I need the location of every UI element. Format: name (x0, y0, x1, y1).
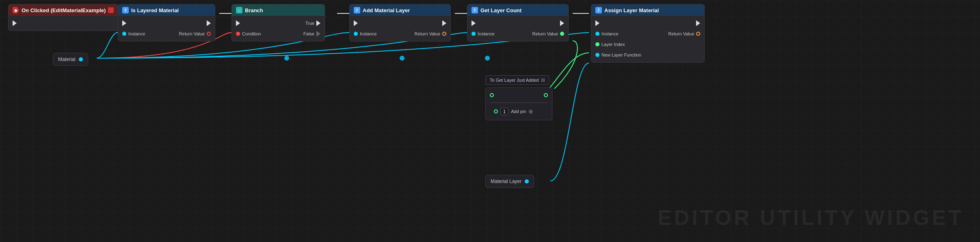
branch-condition-in: Condition (236, 31, 261, 36)
is-layered-material-title: Is Layered Material (131, 7, 179, 13)
return-pin (442, 32, 446, 36)
assign-layer-material-body: Instance Return Value Layer Index New La… (591, 16, 704, 62)
svg-point-1 (400, 56, 405, 61)
is-layered-material-body: Instance Return Value (118, 16, 215, 41)
branch-condition-row: Condition False (236, 30, 320, 38)
svg-point-2 (485, 56, 490, 61)
assign-layer-material-node: f Assign Layer Material Instance Ret (591, 4, 705, 63)
ilm-instance-row: Instance Return Value (122, 30, 211, 38)
assign-layer-material-header: f Assign Layer Material (591, 4, 704, 16)
false-pin (316, 31, 320, 37)
sub-out-pin (544, 93, 548, 97)
add-pin-label[interactable]: Add pin (511, 109, 526, 114)
alm-instance-row: Instance Return Value (595, 30, 700, 38)
alm-instance-in: Instance (595, 31, 619, 36)
is-layered-material-node: f Is Layered Material Instance Retur (118, 4, 215, 41)
glc-exec-out (560, 20, 564, 26)
func-icon-branch: ↔ (236, 7, 242, 13)
get-layer-count-header: f Get Layer Count (467, 4, 568, 16)
branch-true-out: True (305, 20, 320, 26)
watermark: EDITOR UTILITY WIDGET (658, 205, 964, 230)
aml-exec-out (442, 20, 446, 26)
on-clicked-exec-row (13, 19, 114, 27)
grid-icon: ⊞ (541, 77, 545, 83)
ilm-exec-out (207, 20, 211, 26)
glc-return-out: Return Value (532, 31, 564, 36)
on-clicked-header: ◆ On Clicked (EditMaterialExample) (9, 4, 118, 16)
branch-title: Branch (245, 7, 263, 13)
return-pin (696, 32, 700, 36)
svg-point-0 (284, 56, 289, 61)
alm-return-out: Return Value (668, 31, 700, 36)
new-layer-pin (595, 53, 599, 57)
exec-out-pin (442, 20, 446, 26)
add-material-layer-title: Add Material Layer (363, 7, 410, 13)
subtract-comment: To Get Layer Just Added ⊞ (485, 75, 549, 85)
sub-top-out (544, 93, 548, 97)
layer-index-pin (595, 42, 599, 46)
sub-top-row (490, 91, 548, 99)
branch-exec-row: True (236, 19, 320, 27)
value-pin (494, 109, 498, 113)
func-icon-glc: f (472, 7, 478, 13)
exec-in-pin (236, 20, 240, 26)
alm-layer-index-in: Layer Index (595, 42, 625, 47)
comment-text: To Get Layer Just Added (490, 78, 539, 83)
material-out-pin (79, 57, 83, 61)
exec-in-pin (122, 20, 126, 26)
material-layer-label: Material Layer (491, 179, 521, 184)
func-icon: f (122, 7, 129, 13)
add-pin-row[interactable]: 1 Add pin ⊕ (490, 106, 548, 117)
material-layer-node: Material Layer (485, 175, 534, 188)
ilm-return-out: Return Value (179, 31, 211, 36)
get-layer-count-title: Get Layer Count (480, 7, 521, 13)
aml-instance-row: Instance Return Value (354, 30, 446, 38)
instance-pin (595, 32, 599, 36)
add-pin-icon[interactable]: ⊕ (528, 108, 533, 115)
exec-out-pin (13, 20, 17, 26)
material-label: Material (58, 57, 76, 62)
exec-in-pin (472, 20, 476, 26)
func-icon-aml: f (354, 7, 360, 13)
alm-exec-row (595, 19, 700, 27)
close-icon[interactable] (108, 7, 114, 13)
return-pin (560, 32, 564, 36)
exec-out-pin (560, 20, 564, 26)
true-pin (316, 20, 320, 26)
exec-in-pin (354, 20, 358, 26)
subtract-node: 1 Add pin ⊕ (485, 87, 552, 120)
return-pin (207, 32, 211, 36)
aml-instance-in: Instance (354, 31, 377, 36)
alm-new-layer-in: New Layer Function (595, 52, 641, 57)
instance-pin (354, 32, 358, 36)
glc-exec-row (472, 19, 564, 27)
alm-exec-out (696, 20, 700, 26)
get-layer-count-node: f Get Layer Count Instance Return Va (467, 4, 569, 41)
alm-exec-in (595, 20, 599, 26)
alm-new-layer-row: New Layer Function (595, 51, 700, 59)
is-layered-material-header: f Is Layered Material (118, 4, 215, 16)
event-icon: ◆ (13, 7, 19, 13)
on-clicked-body (9, 16, 118, 31)
aml-exec-row (354, 19, 446, 27)
add-material-layer-header: f Add Material Layer (350, 4, 450, 16)
glc-exec-in (472, 20, 476, 26)
glc-instance-row: Instance Return Value (472, 30, 564, 38)
condition-pin (236, 32, 240, 36)
exec-out-pin (696, 20, 700, 26)
ilm-instance-in: Instance (122, 31, 145, 36)
on-clicked-title: On Clicked (EditMaterialExample) (22, 7, 106, 13)
exec-in-pin (595, 20, 599, 26)
subtract-body: 1 Add pin ⊕ (486, 88, 552, 120)
alm-layer-index-row: Layer Index (595, 40, 700, 48)
glc-instance-in: Instance (472, 31, 495, 36)
divider (490, 102, 548, 103)
assign-layer-material-title: Assign Layer Material (604, 7, 659, 13)
branch-false-out: False (303, 31, 320, 37)
exec-out (13, 20, 17, 26)
branch-node: ↔ Branch True Condition Fa (231, 4, 325, 41)
branch-body: True Condition False (232, 16, 325, 41)
aml-return-out: Return Value (415, 31, 446, 36)
aml-exec-in (354, 20, 358, 26)
blueprint-canvas: ◆ On Clicked (EditMaterialExample) Mater… (0, 0, 980, 242)
